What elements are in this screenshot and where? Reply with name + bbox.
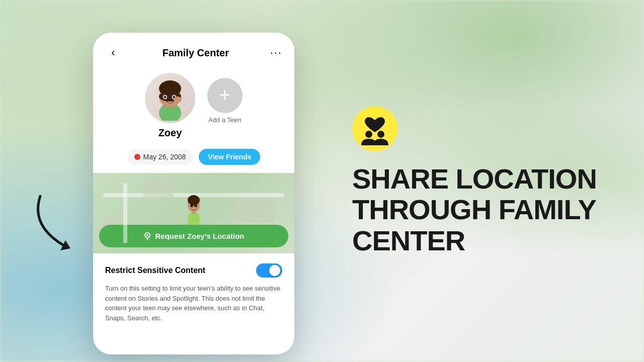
- view-friends-button[interactable]: View Friends: [199, 149, 260, 165]
- add-teen-label: Add a Teen: [208, 116, 242, 124]
- share-heading: SHARE LOCATION THROUGH FAMILY CENTER: [352, 163, 604, 256]
- family-center-icon: [352, 106, 397, 151]
- request-btn-label: Request Zoey's Location: [155, 232, 245, 240]
- svg-point-20: [194, 204, 197, 207]
- more-menu-button[interactable]: ···: [270, 46, 282, 59]
- profile-section: Zoey + Add a Teen: [93, 69, 294, 147]
- plus-icon: +: [219, 86, 230, 104]
- birthday-dot-icon: [134, 154, 140, 160]
- svg-point-18: [188, 195, 200, 205]
- restrict-section: Restrict Sensitive Content Turn on this …: [93, 253, 294, 333]
- right-panel: SHARE LOCATION THROUGH FAMILY CENTER: [312, 0, 644, 362]
- heading-line2: THROUGH FAMILY CENTER: [352, 194, 604, 256]
- restrict-header: Restrict Sensitive Content: [105, 263, 282, 278]
- restrict-description: Turn on this setting to limit your teen'…: [105, 284, 282, 323]
- info-row: May 26, 2008 View Friends: [93, 147, 294, 173]
- svg-point-26: [377, 131, 384, 138]
- svg-line-9: [160, 97, 162, 97]
- restrict-toggle[interactable]: [256, 263, 282, 278]
- back-button[interactable]: ‹: [105, 45, 121, 61]
- svg-point-15: [174, 97, 182, 103]
- heading-line1: SHARE LOCATION: [352, 163, 604, 195]
- svg-point-19: [190, 204, 193, 207]
- add-teen-section: + Add a Teen: [207, 78, 243, 124]
- svg-point-23: [146, 234, 148, 236]
- svg-point-25: [365, 131, 372, 138]
- restrict-title: Restrict Sensitive Content: [105, 266, 205, 275]
- zoey-avatar: [145, 73, 195, 123]
- map-block-2: [234, 198, 274, 223]
- location-pin-icon: [143, 232, 151, 240]
- request-location-button[interactable]: Request Zoey's Location: [99, 225, 288, 247]
- svg-rect-21: [192, 211, 195, 214]
- birthday-text: May 26, 2008: [143, 153, 186, 161]
- add-teen-button[interactable]: +: [207, 78, 243, 113]
- svg-point-13: [164, 96, 167, 99]
- curved-arrow-decoration: [25, 186, 86, 258]
- page-title: Family Center: [163, 47, 229, 59]
- map-block-1: [143, 178, 174, 198]
- teen-map-bitmoji: [181, 189, 206, 229]
- map-area: Request Zoey's Location: [93, 173, 294, 253]
- zoey-profile: Zoey: [145, 73, 195, 139]
- phone-mockup: ‹ Family Center ···: [93, 33, 294, 354]
- birthday-badge: May 26, 2008: [127, 149, 193, 165]
- map-character: [181, 189, 206, 229]
- zoey-bitmoji: [147, 75, 193, 121]
- zoey-name: Zoey: [158, 127, 182, 139]
- phone-header: ‹ Family Center ···: [93, 33, 294, 69]
